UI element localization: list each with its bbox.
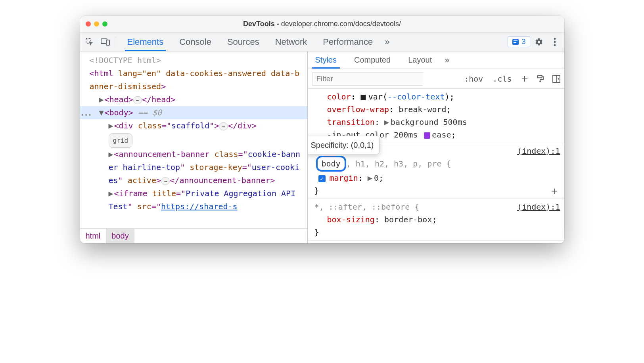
dom-iframe[interactable]: ▶<iframe title="Private Aggregation API … <box>80 187 307 213</box>
dom-tree[interactable]: <!DOCTYPE html> <html lang="en" data-coo… <box>80 52 307 228</box>
title-prefix: DevTools - <box>243 20 281 28</box>
issues-badge[interactable]: 3 <box>508 36 530 47</box>
svg-rect-5 <box>514 42 516 43</box>
svg-point-8 <box>554 44 556 46</box>
main-toolbar: Elements Console Sources Network Perform… <box>80 32 564 52</box>
toolbar-separator <box>116 36 116 48</box>
dom-panel: <!DOCTYPE html> <html lang="en" data-coo… <box>80 52 308 243</box>
sub-tabs: Styles Computed Layout » <box>308 52 564 69</box>
grid-badge[interactable]: grid <box>80 132 307 148</box>
issue-icon <box>512 39 519 45</box>
dom-head[interactable]: ▶<head>⋯</head> <box>80 93 307 106</box>
svg-point-7 <box>554 41 556 43</box>
rule-block-2[interactable]: Specificity: (0,0,1) (index):1 body, h1,… <box>308 143 564 199</box>
tab-sources[interactable]: Sources <box>219 32 267 51</box>
css-prop-margin[interactable]: ✓margin: ▶0; <box>311 172 561 184</box>
prop-enabled-checkbox[interactable]: ✓ <box>318 175 326 182</box>
styles-filter-input[interactable] <box>312 72 423 86</box>
subtab-computed[interactable]: Computed <box>347 52 398 69</box>
rules-list: color: var(--color-text); overflow-wrap:… <box>308 89 564 243</box>
breadcrumb-body[interactable]: body <box>106 229 134 243</box>
styles-toolbar: :hov .cls <box>308 69 564 89</box>
hov-toggle[interactable]: :hov <box>459 74 488 84</box>
title-url: developer.chrome.com/docs/devtools/ <box>281 20 401 28</box>
paint-icon[interactable] <box>533 75 548 83</box>
computed-toggle-icon[interactable] <box>548 75 564 83</box>
svg-rect-9 <box>539 80 541 82</box>
rule-block-1[interactable]: color: var(--color-text); overflow-wrap:… <box>308 89 564 143</box>
breadcrumbs: html body <box>80 228 307 243</box>
easing-swatch-icon[interactable] <box>424 132 430 139</box>
device-toggle-icon[interactable] <box>98 32 113 51</box>
selected-marker-icon: ••• <box>81 109 92 122</box>
css-prop-color[interactable]: color: var(--color-text); <box>311 90 561 103</box>
rule-source-link[interactable]: (index):1 <box>517 201 560 213</box>
subtab-layout[interactable]: Layout <box>401 52 439 69</box>
twisty-icon[interactable]: ▶ <box>109 148 114 161</box>
expand-icon[interactable]: ▶ <box>384 116 389 128</box>
ellipsis-icon[interactable]: ⋯ <box>161 177 170 185</box>
ellipsis-icon[interactable]: ⋯ <box>219 122 228 130</box>
tab-elements[interactable]: Elements <box>119 32 172 51</box>
main-tabs: Elements Console Sources Network Perform… <box>119 32 381 51</box>
svg-rect-4 <box>514 40 518 41</box>
rule-block-3[interactable]: (index):1 *, ::after, ::before { box-siz… <box>308 199 564 241</box>
more-menu-icon[interactable] <box>548 38 562 46</box>
cls-toggle[interactable]: .cls <box>488 74 516 84</box>
svg-rect-2 <box>106 40 109 45</box>
svg-point-6 <box>554 38 556 40</box>
dom-body-selected[interactable]: •••▼<body> == $0 <box>80 106 307 119</box>
rule-brace: } <box>311 226 561 239</box>
new-rule-icon[interactable] <box>517 75 533 83</box>
rule-selector[interactable]: body, h1, h2, h3, p, pre { <box>311 156 561 172</box>
subtab-styles[interactable]: Styles <box>308 52 344 69</box>
expand-icon[interactable]: ▶ <box>368 172 372 184</box>
tabs-overflow-icon[interactable]: » <box>382 37 392 47</box>
insert-rule-icon[interactable]: ＋ <box>549 184 560 197</box>
tab-network[interactable]: Network <box>267 32 315 51</box>
ellipsis-icon[interactable]: ⋯ <box>133 96 142 104</box>
tab-console[interactable]: Console <box>171 32 219 51</box>
selector-highlight-body: body <box>316 156 346 172</box>
rule-brace: } <box>311 184 561 197</box>
css-prop-overflow-wrap[interactable]: overflow-wrap: break-word; <box>311 103 561 116</box>
dom-announcement-banner[interactable]: ▶<announcement-banner class="cookie-bann… <box>80 148 307 187</box>
dom-doctype[interactable]: <!DOCTYPE html> <box>80 54 307 67</box>
window-title: DevTools - developer.chrome.com/docs/dev… <box>80 20 564 28</box>
inspect-icon[interactable] <box>82 32 97 51</box>
twisty-icon[interactable]: ▶ <box>109 119 114 132</box>
twisty-icon[interactable]: ▶ <box>99 93 105 106</box>
twisty-icon[interactable]: ▶ <box>109 187 114 200</box>
rule-source-link[interactable]: (index):1 <box>517 145 560 157</box>
color-swatch-icon[interactable] <box>360 95 366 100</box>
titlebar: DevTools - developer.chrome.com/docs/dev… <box>80 16 564 32</box>
subtabs-overflow-icon[interactable]: » <box>442 55 452 65</box>
dom-div-scaffold[interactable]: ▶<div class="scaffold">⋯</div> <box>80 119 307 132</box>
dom-html-open[interactable]: <html lang="en" data-cookies-answered da… <box>80 67 307 93</box>
specificity-tooltip: Specificity: (0,0,1) <box>308 136 380 154</box>
styles-panel: Styles Computed Layout » :hov .cls color… <box>308 52 564 243</box>
devtools-window: DevTools - developer.chrome.com/docs/dev… <box>80 16 564 243</box>
tab-performance[interactable]: Performance <box>315 32 381 51</box>
breadcrumb-html[interactable]: html <box>80 229 106 243</box>
twisty-icon[interactable]: ▼ <box>99 106 105 119</box>
css-prop-box-sizing[interactable]: box-sizing: border-box; <box>311 213 561 226</box>
issues-count: 3 <box>521 38 525 46</box>
settings-gear-icon[interactable] <box>532 38 546 46</box>
